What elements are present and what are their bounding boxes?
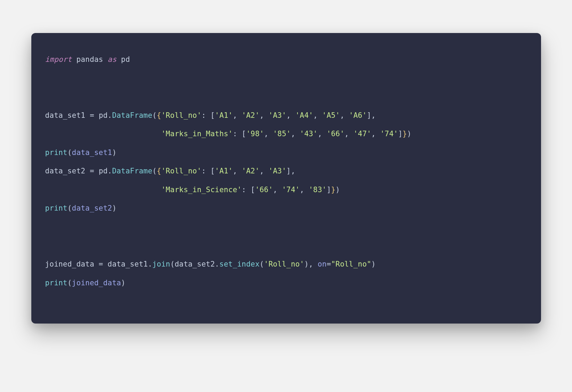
var-joined-data: joined_data bbox=[45, 260, 94, 268]
string-marks-science: 'Marks_in_Science' bbox=[161, 186, 241, 194]
var-data-set2-ref: data_set2 bbox=[72, 204, 112, 212]
call-set-index: set_index bbox=[219, 260, 260, 268]
var-data-set2: data_set2 bbox=[45, 167, 86, 175]
kwarg-on: on bbox=[318, 260, 327, 268]
keyword-as: as bbox=[108, 55, 117, 64]
code-block: import pandas as pd data_set1 = pd.DataF… bbox=[45, 50, 527, 292]
var-joined-data-ref: joined_data bbox=[72, 279, 121, 287]
call-join: join bbox=[152, 260, 170, 268]
call-print-3: print bbox=[45, 279, 67, 287]
var-data-set1: data_set1 bbox=[45, 111, 86, 120]
var-data-set1-ref: data_set1 bbox=[72, 148, 112, 157]
code-card: import pandas as pd data_set1 = pd.DataF… bbox=[31, 33, 541, 324]
keyword-import: import bbox=[45, 55, 72, 64]
call-dataframe: DataFrame bbox=[112, 111, 152, 120]
call-dataframe-2: DataFrame bbox=[112, 167, 152, 175]
alias-pd: pd bbox=[121, 55, 130, 64]
string-marks-maths: 'Marks_in_Maths' bbox=[161, 130, 233, 138]
call-print: print bbox=[45, 148, 67, 157]
module-pandas: pandas bbox=[76, 55, 103, 64]
call-print-2: print bbox=[45, 204, 67, 212]
string-roll-no: 'Roll_no' bbox=[161, 111, 201, 120]
